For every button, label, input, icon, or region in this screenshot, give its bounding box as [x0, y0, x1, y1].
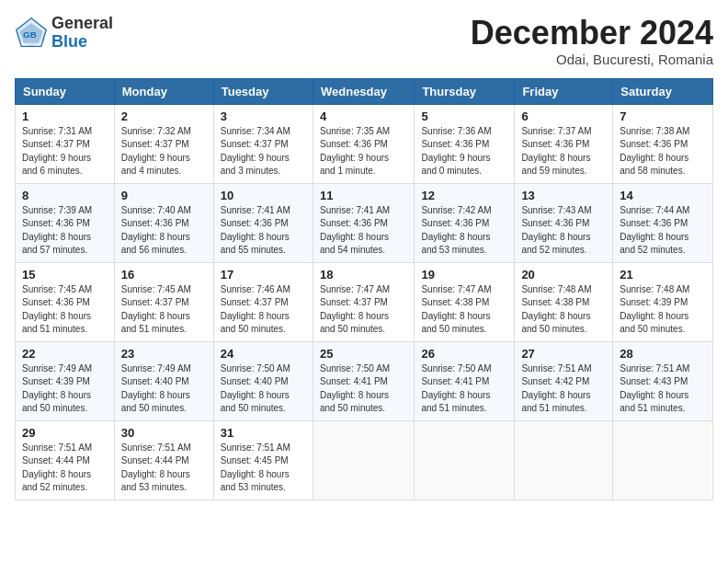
- day-number: 6: [521, 109, 606, 123]
- day-number: 31: [221, 426, 306, 440]
- calendar-week-row: 1Sunrise: 7:31 AM Sunset: 4:37 PM Daylig…: [16, 104, 713, 183]
- day-number: 26: [421, 347, 507, 361]
- day-number: 5: [421, 109, 507, 123]
- table-row: 6Sunrise: 7:37 AM Sunset: 4:36 PM Daylig…: [515, 104, 613, 183]
- day-info: Sunrise: 7:36 AM Sunset: 4:36 PM Dayligh…: [421, 125, 507, 178]
- day-info: Sunrise: 7:41 AM Sunset: 4:36 PM Dayligh…: [221, 204, 306, 258]
- day-info: Sunrise: 7:47 AM Sunset: 4:38 PM Dayligh…: [421, 283, 507, 337]
- table-row: 23Sunrise: 7:49 AM Sunset: 4:40 PM Dayli…: [114, 341, 213, 420]
- table-row: 13Sunrise: 7:43 AM Sunset: 4:36 PM Dayli…: [515, 183, 613, 262]
- day-number: 1: [22, 109, 108, 123]
- logo-blue: Blue: [51, 33, 113, 52]
- day-number: 10: [221, 189, 306, 202]
- table-row: [313, 420, 414, 500]
- day-number: 9: [121, 189, 207, 202]
- table-row: 22Sunrise: 7:49 AM Sunset: 4:39 PM Dayli…: [16, 341, 115, 420]
- day-number: 23: [121, 347, 207, 361]
- table-row: 14Sunrise: 7:44 AM Sunset: 4:36 PM Dayli…: [613, 183, 713, 262]
- logo-icon: GB: [15, 17, 48, 50]
- day-number: 29: [22, 426, 108, 440]
- table-row: 12Sunrise: 7:42 AM Sunset: 4:36 PM Dayli…: [415, 183, 515, 262]
- col-wednesday: Wednesday: [313, 78, 414, 104]
- day-number: 11: [320, 189, 407, 202]
- table-row: 2Sunrise: 7:32 AM Sunset: 4:37 PM Daylig…: [114, 104, 213, 183]
- title-block: December 2024 Odai, Bucuresti, Romania: [471, 15, 713, 67]
- table-row: [415, 420, 515, 500]
- table-row: [613, 420, 713, 500]
- table-row: 26Sunrise: 7:50 AM Sunset: 4:41 PM Dayli…: [415, 341, 515, 420]
- table-row: 15Sunrise: 7:45 AM Sunset: 4:36 PM Dayli…: [16, 262, 115, 341]
- table-row: 1Sunrise: 7:31 AM Sunset: 4:37 PM Daylig…: [16, 104, 115, 183]
- table-row: 28Sunrise: 7:51 AM Sunset: 4:43 PM Dayli…: [613, 341, 713, 420]
- calendar-week-row: 15Sunrise: 7:45 AM Sunset: 4:36 PM Dayli…: [16, 262, 713, 341]
- table-row: 18Sunrise: 7:47 AM Sunset: 4:37 PM Dayli…: [313, 262, 414, 341]
- day-info: Sunrise: 7:49 AM Sunset: 4:40 PM Dayligh…: [121, 362, 207, 416]
- day-info: Sunrise: 7:43 AM Sunset: 4:36 PM Dayligh…: [521, 204, 606, 258]
- col-saturday: Saturday: [613, 78, 713, 104]
- day-info: Sunrise: 7:48 AM Sunset: 4:38 PM Dayligh…: [521, 283, 606, 337]
- day-info: Sunrise: 7:51 AM Sunset: 4:44 PM Dayligh…: [121, 442, 207, 495]
- day-info: Sunrise: 7:46 AM Sunset: 4:37 PM Dayligh…: [221, 283, 306, 337]
- day-info: Sunrise: 7:45 AM Sunset: 4:37 PM Dayligh…: [121, 283, 207, 337]
- table-row: 7Sunrise: 7:38 AM Sunset: 4:36 PM Daylig…: [613, 104, 713, 183]
- day-info: Sunrise: 7:50 AM Sunset: 4:41 PM Dayligh…: [421, 362, 507, 416]
- day-info: Sunrise: 7:48 AM Sunset: 4:39 PM Dayligh…: [620, 283, 706, 337]
- day-info: Sunrise: 7:41 AM Sunset: 4:36 PM Dayligh…: [320, 204, 407, 258]
- day-number: 4: [320, 109, 407, 123]
- table-row: 25Sunrise: 7:50 AM Sunset: 4:41 PM Dayli…: [313, 341, 414, 420]
- day-info: Sunrise: 7:37 AM Sunset: 4:36 PM Dayligh…: [521, 125, 606, 178]
- day-info: Sunrise: 7:51 AM Sunset: 4:43 PM Dayligh…: [620, 362, 706, 416]
- day-info: Sunrise: 7:49 AM Sunset: 4:39 PM Dayligh…: [22, 362, 108, 416]
- day-info: Sunrise: 7:34 AM Sunset: 4:37 PM Dayligh…: [221, 125, 306, 178]
- day-number: 27: [521, 347, 606, 361]
- day-number: 18: [320, 268, 407, 282]
- table-row: 19Sunrise: 7:47 AM Sunset: 4:38 PM Dayli…: [415, 262, 515, 341]
- day-info: Sunrise: 7:40 AM Sunset: 4:36 PM Dayligh…: [121, 204, 207, 258]
- day-number: 7: [620, 109, 706, 123]
- day-info: Sunrise: 7:51 AM Sunset: 4:44 PM Dayligh…: [22, 442, 108, 495]
- table-row: 4Sunrise: 7:35 AM Sunset: 4:36 PM Daylig…: [313, 104, 414, 183]
- table-row: 17Sunrise: 7:46 AM Sunset: 4:37 PM Dayli…: [213, 262, 313, 341]
- table-row: 11Sunrise: 7:41 AM Sunset: 4:36 PM Dayli…: [313, 183, 414, 262]
- table-row: 21Sunrise: 7:48 AM Sunset: 4:39 PM Dayli…: [613, 262, 713, 341]
- table-row: 10Sunrise: 7:41 AM Sunset: 4:36 PM Dayli…: [213, 183, 313, 262]
- table-row: 20Sunrise: 7:48 AM Sunset: 4:38 PM Dayli…: [515, 262, 613, 341]
- logo: GB General Blue: [15, 15, 113, 52]
- col-friday: Friday: [515, 78, 613, 104]
- day-info: Sunrise: 7:45 AM Sunset: 4:36 PM Dayligh…: [22, 283, 108, 337]
- day-number: 12: [421, 189, 507, 202]
- day-info: Sunrise: 7:51 AM Sunset: 4:42 PM Dayligh…: [521, 362, 606, 416]
- table-row: 16Sunrise: 7:45 AM Sunset: 4:37 PM Dayli…: [114, 262, 213, 341]
- calendar-table: Sunday Monday Tuesday Wednesday Thursday…: [15, 78, 713, 500]
- svg-text:GB: GB: [23, 29, 37, 40]
- calendar-week-row: 22Sunrise: 7:49 AM Sunset: 4:39 PM Dayli…: [16, 341, 713, 420]
- day-info: Sunrise: 7:38 AM Sunset: 4:36 PM Dayligh…: [620, 125, 706, 178]
- day-number: 28: [620, 347, 706, 361]
- col-monday: Monday: [114, 78, 213, 104]
- table-row: 9Sunrise: 7:40 AM Sunset: 4:36 PM Daylig…: [114, 183, 213, 262]
- logo-general: General: [51, 15, 113, 33]
- day-info: Sunrise: 7:32 AM Sunset: 4:37 PM Dayligh…: [121, 125, 207, 178]
- day-info: Sunrise: 7:47 AM Sunset: 4:37 PM Dayligh…: [320, 283, 407, 337]
- day-number: 22: [22, 347, 108, 361]
- logo-text: General Blue: [51, 15, 113, 52]
- calendar-week-row: 29Sunrise: 7:51 AM Sunset: 4:44 PM Dayli…: [16, 420, 713, 500]
- day-number: 13: [521, 189, 606, 202]
- day-info: Sunrise: 7:50 AM Sunset: 4:41 PM Dayligh…: [320, 362, 407, 416]
- calendar-header-row: Sunday Monday Tuesday Wednesday Thursday…: [16, 78, 713, 104]
- table-row: 3Sunrise: 7:34 AM Sunset: 4:37 PM Daylig…: [213, 104, 313, 183]
- day-info: Sunrise: 7:42 AM Sunset: 4:36 PM Dayligh…: [421, 204, 507, 258]
- table-row: [515, 420, 613, 500]
- table-row: 5Sunrise: 7:36 AM Sunset: 4:36 PM Daylig…: [415, 104, 515, 183]
- day-info: Sunrise: 7:44 AM Sunset: 4:36 PM Dayligh…: [620, 204, 706, 258]
- day-number: 3: [221, 109, 306, 123]
- location: Odai, Bucuresti, Romania: [471, 52, 713, 67]
- day-number: 25: [320, 347, 407, 361]
- day-info: Sunrise: 7:39 AM Sunset: 4:36 PM Dayligh…: [22, 204, 108, 258]
- table-row: 30Sunrise: 7:51 AM Sunset: 4:44 PM Dayli…: [114, 420, 213, 500]
- day-number: 14: [620, 189, 706, 202]
- day-number: 30: [121, 426, 207, 440]
- col-thursday: Thursday: [415, 78, 515, 104]
- day-number: 8: [22, 189, 108, 202]
- table-row: 31Sunrise: 7:51 AM Sunset: 4:45 PM Dayli…: [213, 420, 313, 500]
